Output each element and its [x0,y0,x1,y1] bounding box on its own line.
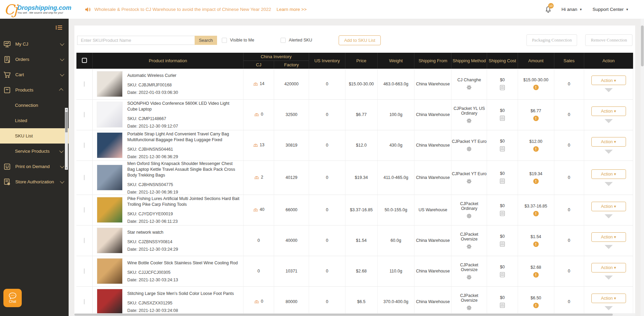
action-button[interactable]: Action ▾ [591,232,626,242]
scrollbar-thumb[interactable] [641,26,644,66]
user-menu[interactable]: Hi anan ▼ [561,7,582,12]
sidebar-item-print-on-demand[interactable]: Print on Demand [0,159,69,174]
learn-more-link[interactable]: Learn more >> [276,7,307,12]
gear-icon[interactable] [466,85,472,90]
expand-row-toggle[interactable] [605,276,613,280]
product-image[interactable] [97,197,123,223]
visible-to-me-checkbox[interactable] [222,38,227,43]
product-image[interactable] [97,289,123,315]
logo[interactable]: Cj Dropshipping.com You sell - We source… [4,3,71,16]
sidebar-item-sku-list[interactable]: SKU List [0,128,69,144]
calculator-icon[interactable] [500,241,505,247]
gear-icon[interactable] [466,275,472,280]
product-image[interactable] [97,132,123,158]
chevron-down-icon [60,72,63,77]
expand-row-toggle[interactable] [605,306,613,310]
calculator-icon[interactable] [500,302,505,308]
gear-icon[interactable] [466,118,472,123]
expand-row-toggle[interactable] [605,245,613,249]
row-checkbox[interactable] [84,299,85,304]
gear-icon[interactable] [466,305,472,311]
product-image[interactable] [97,102,123,128]
gear-icon[interactable] [466,244,472,249]
sidebar-collapse-icon[interactable] [56,25,62,30]
product-title[interactable]: Automatic Wireless Curler [127,73,178,79]
action-button[interactable]: Action ▾ [591,263,626,272]
gear-icon[interactable] [466,213,472,219]
sidebar-item-connection[interactable]: Connection [0,98,69,113]
product-title[interactable]: Wine Bottle Cooler Stick Stainless Steel… [127,260,238,266]
sidebar-item-my-cj[interactable]: My CJ [0,36,69,52]
product-image[interactable] [97,71,123,97]
sku-search-input[interactable] [77,36,195,45]
action-button[interactable]: Action ▾ [591,294,626,303]
sidebar-scrollbar[interactable]: ▲ ▼ [65,108,68,170]
amount-warning-icon[interactable]: ! [533,116,539,121]
amount-warning-icon[interactable]: ! [533,85,539,90]
scrollbar-thumb[interactable] [74,314,613,316]
calculator-icon[interactable] [500,115,505,121]
calculator-icon[interactable] [500,85,505,90]
sidebar-item-service-products[interactable]: Service Products [0,144,69,159]
row-checkbox[interactable] [84,112,85,117]
sidebar-item-orders[interactable]: Orders [0,52,69,67]
expand-row-toggle[interactable] [605,182,613,186]
action-button[interactable]: Action ▾ [591,137,626,147]
amount-warning-icon[interactable]: ! [533,179,539,184]
sidebar-item-products[interactable]: Products [0,82,69,98]
product-title[interactable]: Star network watch [127,230,178,235]
calculator-icon[interactable] [500,211,505,216]
calculator-icon[interactable] [500,146,505,152]
expand-row-toggle[interactable] [605,119,613,123]
gear-icon[interactable] [466,179,472,184]
product-sku: SKU: CJZBNSSY00814 [127,239,178,244]
row-checkbox[interactable] [84,238,85,243]
product-image[interactable] [97,258,123,284]
amount-warning-icon[interactable]: ! [533,146,539,152]
expand-row-toggle[interactable] [605,88,613,92]
gear-icon[interactable] [466,146,472,152]
row-checkbox[interactable] [84,207,85,213]
amount-warning-icon[interactable]: ! [533,211,539,216]
product-title[interactable]: Stitching Large Size Men's Solid Color L… [127,291,234,297]
row-checkbox[interactable] [84,175,85,180]
amount-warning-icon[interactable]: ! [533,242,539,247]
select-all-checkbox[interactable] [82,58,87,63]
packaging-connection-button[interactable]: Packaging Connection [526,34,577,46]
amount-warning-icon[interactable]: ! [533,272,539,278]
product-title[interactable]: SOONPHO Video Conference 5600K LED Video… [127,101,240,112]
amount-warning-icon[interactable]: ! [533,303,539,308]
sidebar-item-store-authorization[interactable]: Store Authorization [0,174,69,189]
search-button[interactable]: Search [195,36,217,45]
remove-connection-button[interactable]: Remove Connection [585,34,632,46]
page-scrollbar[interactable] [641,19,644,316]
chat-button[interactable]: Chat [3,289,22,307]
product-title[interactable]: Men Oxford Sling Knapsack Shoulder Messe… [127,161,240,178]
amount-cell: $3.37-16.85 ! [518,195,554,225]
calculator-icon[interactable] [500,178,505,184]
action-button[interactable]: Action ▾ [591,202,626,211]
sidebar-item-listed[interactable]: Listed [0,113,69,128]
calculator-icon[interactable] [500,272,505,278]
add-to-sku-list-button[interactable]: Add to SKU List [339,35,381,45]
scrollbar-thumb[interactable] [65,112,68,132]
product-title[interactable]: Pike Fishing Lures Artificial Multi Join… [127,196,240,207]
expand-row-toggle[interactable] [605,150,613,154]
action-button[interactable]: Action ▾ [591,76,626,85]
row-checkbox[interactable] [84,268,85,274]
scroll-up-arrow-icon[interactable]: ▲ [66,108,68,111]
action-button[interactable]: Action ▾ [591,106,626,116]
support-center-menu[interactable]: Support Center ▼ [593,7,629,12]
sidebar-item-cart[interactable]: Cart [0,67,69,82]
notification-bell[interactable]: 10 [545,6,551,13]
expand-row-toggle[interactable] [605,214,613,218]
product-title[interactable]: Portable Strap Light And Convenient Trav… [127,131,240,143]
action-button[interactable]: Action ▾ [591,169,626,179]
product-image[interactable] [97,228,123,253]
row-checkbox[interactable] [84,81,85,87]
row-checkbox[interactable] [84,143,85,148]
alerted-sku-checkbox[interactable] [281,38,286,43]
scroll-down-arrow-icon[interactable]: ▼ [66,166,68,170]
table-horizontal-scrollbar[interactable] [74,313,635,316]
product-image[interactable] [97,165,123,190]
